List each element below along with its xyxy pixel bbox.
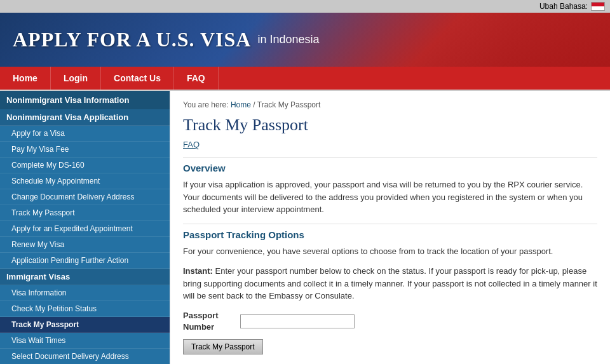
breadcrumb-prefix: You are here: — [183, 100, 231, 109]
track-passport-button[interactable]: Track My Passport — [183, 339, 263, 354]
overview-text: If your visa application is approved, yo… — [183, 179, 597, 216]
overview-heading: Overview — [183, 163, 597, 173]
passport-number-input[interactable] — [240, 314, 355, 328]
sidebar-item-change-delivery[interactable]: Change Document Delivery Address — [0, 189, 170, 205]
divider-1 — [183, 157, 597, 158]
breadcrumb-home[interactable]: Home — [231, 100, 251, 109]
language-label: Ubah Bahasa: — [539, 2, 588, 11]
sidebar-item-track-nonimmigrant[interactable]: Track My Passport — [0, 205, 170, 221]
sidebar-item-wait-times[interactable]: Visa Wait Times — [0, 333, 170, 349]
sidebar-item-schedule[interactable]: Schedule My Appointment — [0, 173, 170, 189]
sidebar-item-visa-info[interactable]: Visa Information — [0, 285, 170, 301]
sidebar-item-pay-fee[interactable]: Pay My Visa Fee — [0, 142, 170, 158]
tracking-intro: For your convenience, you have several o… — [183, 245, 597, 258]
sidebar-item-track-immigrant[interactable]: Track My Passport — [0, 317, 170, 333]
main-container: Nonimmigrant Visa Information Nonimmigra… — [0, 90, 610, 364]
nav-login[interactable]: Login — [51, 67, 101, 90]
divider-2 — [183, 224, 597, 224]
sidebar-item-pending-nonimmigrant[interactable]: Application Pending Further Action — [0, 253, 170, 269]
nav-faq[interactable]: FAQ — [174, 67, 219, 90]
flag-icon[interactable] — [591, 2, 605, 11]
sidebar-section-nonimmigrant-app[interactable]: Nonimmigrant Visa Application — [0, 109, 170, 126]
nav-contact[interactable]: Contact Us — [101, 67, 174, 90]
nav-bar: Home Login Contact Us FAQ — [0, 67, 610, 90]
nav-home[interactable]: Home — [0, 67, 51, 90]
sidebar-section-nonimmigrant-info[interactable]: Nonimmigrant Visa Information — [0, 91, 170, 109]
language-bar: Ubah Bahasa: — [0, 0, 610, 13]
instant-label: Instant: — [183, 266, 213, 276]
passport-label: Passport Number — [183, 310, 240, 333]
sidebar: Nonimmigrant Visa Information Nonimmigra… — [0, 91, 170, 364]
tracking-heading: Passport Tracking Options — [183, 229, 597, 240]
site-subtitle: in Indonesia — [257, 33, 319, 46]
sidebar-item-petition-status[interactable]: Check My Petition Status — [0, 301, 170, 317]
instant-text: Instant: Enter your passport number belo… — [183, 265, 597, 302]
sidebar-item-select-delivery[interactable]: Select Document Delivery Address — [0, 349, 170, 364]
site-title: APPLY FOR A U.S. VISA — [13, 28, 251, 51]
sidebar-item-expedited[interactable]: Apply for an Expedited Appointment — [0, 221, 170, 237]
sidebar-section-immigrant[interactable]: Immigrant Visas — [0, 269, 170, 285]
breadcrumb-current: Track My Passport — [257, 100, 321, 109]
content-area: You are here: Home / Track My Passport T… — [170, 91, 610, 364]
instant-body: Enter your passport number below to chec… — [183, 266, 597, 300]
page-title: Track My Passport — [183, 116, 597, 135]
sidebar-item-renew[interactable]: Renew My Visa — [0, 237, 170, 253]
header-banner: APPLY FOR A U.S. VISA in Indonesia — [0, 13, 610, 67]
faq-link[interactable]: FAQ — [183, 140, 597, 149]
sidebar-item-apply-visa[interactable]: Apply for a Visa — [0, 126, 170, 142]
passport-form: Passport Number — [183, 310, 597, 333]
breadcrumb: You are here: Home / Track My Passport — [183, 100, 597, 109]
sidebar-item-ds160[interactable]: Complete My DS-160 — [0, 158, 170, 173]
